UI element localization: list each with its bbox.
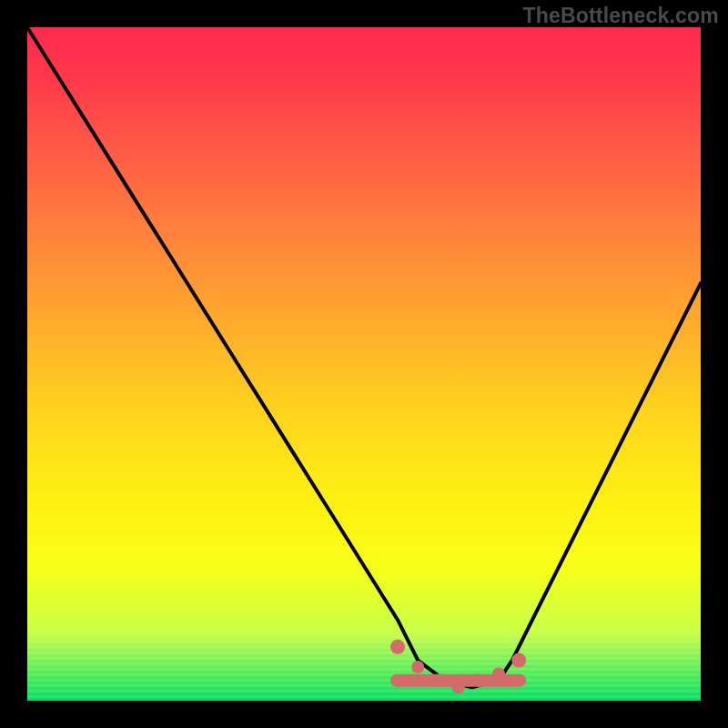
optimal-marker	[492, 667, 505, 680]
plot-area	[27, 27, 701, 701]
chart-svg	[27, 27, 701, 701]
bottleneck-curve	[27, 27, 701, 687]
optimal-marker	[411, 661, 424, 673]
outer-frame: TheBottleneck.com	[0, 0, 728, 728]
optimal-marker	[511, 653, 526, 668]
bottleneck-curve-path	[27, 27, 701, 687]
optimal-marker	[431, 674, 444, 687]
watermark-text: TheBottleneck.com	[522, 4, 719, 28]
optimal-marker	[390, 640, 405, 654]
optimal-marker	[452, 681, 465, 693]
optimal-marker	[472, 674, 485, 687]
